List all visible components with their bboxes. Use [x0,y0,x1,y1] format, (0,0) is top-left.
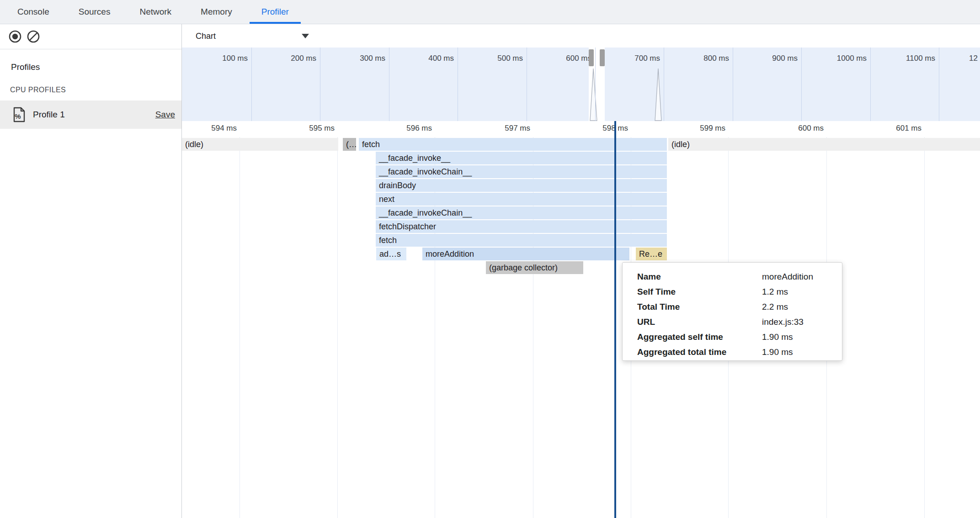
ruler-tick-label: 600 ms [798,124,824,133]
tooltip-label: Aggregated self time [637,332,723,342]
chevron-down-icon [302,34,309,38]
overview-tick-label: 300 ms [360,54,385,63]
overview-tick-line [870,48,871,121]
detail-time-ruler: 594 ms595 ms596 ms597 ms598 ms599 ms600 … [182,121,980,137]
record-icon [8,30,22,43]
overview-tick-line [595,48,596,121]
cpu-profiles-section-heading: CPU PROFILES [10,86,181,94]
flame-bar[interactable]: moreAddition [422,248,629,260]
profile-name: Profile 1 [33,110,155,120]
svg-text:%: % [15,112,21,120]
overview-tick-label: 500 ms [497,54,523,63]
ruler-tick-label: 596 ms [406,124,432,133]
overview-tick-line [733,48,733,121]
ruler-tick-label: 594 ms [211,124,237,133]
overview-tick-label: 100 ms [222,54,248,63]
clear-icon [27,30,40,43]
tab-profiler[interactable]: Profiler [250,0,301,24]
profile-document-icon: % [13,107,26,122]
overview-tick-label: 600 ms [566,54,591,63]
tooltip-row: URLindex.js:33 [637,314,842,329]
flame-bar[interactable]: (garbage collector) [486,261,583,274]
tooltip-label: Name [637,272,661,281]
overview-tick-label: 900 ms [772,54,798,63]
overview-tick-label: 400 ms [428,54,454,63]
tooltip-label: Aggregated total time [637,347,726,357]
flame-bar[interactable]: __facade_invokeChain__ [376,165,667,178]
save-profile-link[interactable]: Save [155,110,175,120]
overview-tick-label: 12 [969,54,978,63]
flame-bar[interactable]: __facade_invokeChain__ [376,206,667,219]
overview-tick-label: 1000 ms [837,54,867,63]
tab-network[interactable]: Network [128,0,183,24]
view-mode-select[interactable]: Chart [196,29,301,43]
flame-bar[interactable]: __facade_invoke__ [376,152,667,164]
flame-bar[interactable]: ad…s [376,248,406,260]
clear-button[interactable] [27,30,40,43]
sidebar-toolbar [0,24,181,49]
overview-tick-line [389,48,389,121]
playhead-line[interactable] [614,121,616,518]
profiles-heading: Profiles [11,62,181,72]
tooltip-row: Aggregated self time1.90 ms [637,329,842,344]
flame-bar[interactable]: fetchDispatcher [376,220,667,233]
flame-bar[interactable]: (idle) [668,138,980,151]
overview-tick-line [527,48,527,121]
flame-bar[interactable]: (idle) [182,138,338,151]
selection-handle-left[interactable] [589,49,594,66]
tooltip-value: 1.2 ms [762,284,788,299]
view-mode-label: Chart [196,32,216,41]
tooltip-value: 1.90 ms [762,344,793,359]
tooltip-value: index.js:33 [762,314,804,329]
overview-tick-line [664,48,664,121]
flame-bar[interactable]: Re…e [636,248,667,260]
tooltip-label: Self Time [637,287,676,296]
tooltip-value: 1.90 ms [762,329,793,344]
profile-list-item[interactable]: % Profile 1 Save [0,100,181,129]
overview-tick-line [320,48,320,121]
tooltip-row: Aggregated total time1.90 ms [637,344,842,359]
frame-tooltip: NamemoreAdditionSelf Time1.2 msTotal Tim… [622,262,842,361]
tab-sources[interactable]: Sources [67,0,122,24]
tab-console[interactable]: Console [5,0,61,24]
overview-tick-label: 700 ms [634,54,660,63]
record-button[interactable] [8,30,22,43]
overview-timeline[interactable]: 100 ms200 ms300 ms400 ms500 ms600 ms700 … [182,48,980,122]
overview-tick-line [801,48,802,121]
flame-bar[interactable]: (… [343,138,356,151]
tooltip-label: Total Time [637,302,680,312]
flame-chart: (idle)(…fetch(idle)__facade_invoke____fa… [182,137,980,518]
overview-tick-line [251,48,252,121]
tooltip-value: moreAddition [762,269,813,284]
flame-bar[interactable]: fetch [376,234,667,247]
overview-tick-label: 800 ms [703,54,729,63]
overview-tick-line [458,48,458,121]
tooltip-row: Self Time1.2 ms [637,284,842,299]
profiler-main-panel: Chart 100 ms200 ms300 ms400 ms500 ms600 … [182,24,980,518]
overview-tick-line [939,48,939,121]
chart-toolbar: Chart [182,24,980,48]
tooltip-label: URL [637,317,655,327]
selection-handle-right[interactable] [600,49,605,66]
overview-tick-label: 200 ms [291,54,316,63]
flame-bar[interactable]: drainBody [376,179,667,192]
profiles-sidebar: Profiles CPU PROFILES % Profile 1 Save [0,24,182,518]
ruler-tick-label: 597 ms [505,124,530,133]
flame-bar[interactable]: next [376,193,667,206]
overview-tick-label: 1100 ms [906,54,935,63]
ruler-tick-label: 601 ms [896,124,921,133]
tooltip-value: 2.2 ms [762,299,788,314]
ruler-tick-label: 595 ms [309,124,335,133]
ruler-tick-label: 599 ms [700,124,725,133]
flame-bar[interactable]: fetch [359,138,667,151]
tooltip-row: NamemoreAddition [637,269,842,284]
devtools-tabbar: ConsoleSourcesNetworkMemoryProfiler [0,0,980,24]
tooltip-row: Total Time2.2 ms [637,299,842,314]
tab-memory[interactable]: Memory [189,0,244,24]
